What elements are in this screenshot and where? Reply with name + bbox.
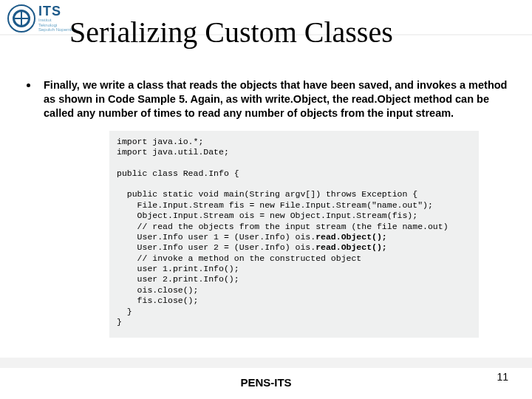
code-line: public static void main(String argv[]) t… — [117, 189, 417, 199]
code-line: user 2.print.Info(); — [117, 274, 239, 284]
code-line: } — [117, 317, 122, 327]
footer-divider — [0, 358, 532, 368]
slide-content: Finally, we write a class that reads the… — [22, 78, 510, 338]
code-line: import java.util.Date; — [117, 147, 229, 157]
bullet-text: Finally, we write a class that reads the… — [44, 78, 510, 120]
page-number: 11 — [497, 371, 508, 383]
code-line: } — [117, 307, 132, 316]
code-sample: import java.io.*; import java.util.Date;… — [109, 131, 479, 338]
code-line: import java.io.*; — [117, 137, 203, 146]
code-line: user 1.print.Info(); — [117, 264, 239, 273]
logo-seal-icon — [7, 4, 35, 33]
code-bold: read.Object(); — [316, 232, 387, 242]
code-line: fis.close(); — [117, 296, 198, 305]
code-line: public class Read.Info { — [117, 168, 239, 178]
code-line: ois.close(); — [117, 285, 198, 295]
code-line: // invoke a method on the constructed ob… — [117, 253, 361, 263]
code-line: User.Info user 2 = (User.Info) ois. — [117, 242, 316, 252]
code-line: User.Info user 1 = (User.Info) ois. — [117, 232, 316, 242]
code-line: // read the objects from the input strea… — [117, 222, 449, 231]
bullet-item: Finally, we write a class that reads the… — [22, 78, 510, 120]
code-line: File.Input.Stream fis = new File.Input.S… — [117, 200, 433, 210]
footer-label: PENS-ITS — [0, 376, 532, 389]
slide-title: Serializing Custom Classes — [69, 15, 517, 50]
institution-logo: ITS Institut Teknologi Sepuluh Nopember — [7, 4, 77, 33]
code-bold: read.Object(); — [316, 242, 387, 252]
bullet-icon — [27, 83, 30, 87]
code-line: Object.Input.Stream ois = new Object.Inp… — [117, 211, 417, 220]
